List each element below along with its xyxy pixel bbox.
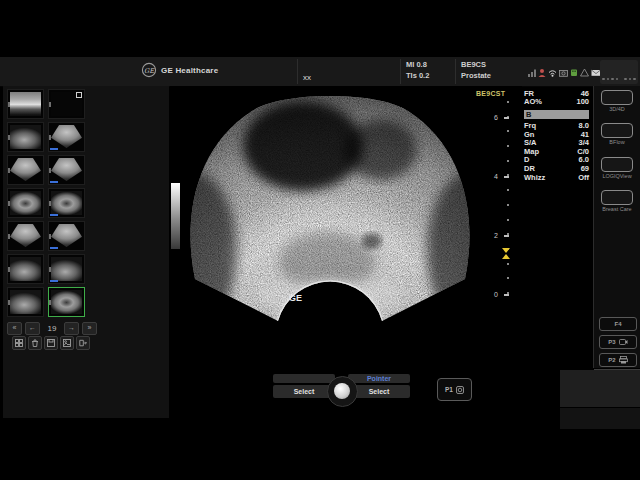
ge-logo-icon: GE: [141, 62, 157, 82]
thumbnail-grid: [7, 89, 85, 317]
param-label: AO%: [524, 97, 542, 106]
key-3d4d[interactable]: [601, 90, 633, 105]
param-label: Whizz: [524, 173, 545, 182]
param-value: Off: [578, 173, 589, 182]
console-bezel-panel: [560, 408, 640, 429]
imaging-parameters: FR46 AO%100 B Frq8.0 Gn41 S/A3/4 MapC/0 …: [524, 89, 589, 181]
thumbnail-image-selected[interactable]: [48, 287, 85, 317]
key-breast-care-label: Breast Care: [594, 206, 640, 212]
camera-store-icon: [456, 386, 464, 394]
thumbnail-image[interactable]: [7, 287, 44, 317]
tis-readout: TIs 0.2: [406, 72, 429, 80]
save-icon[interactable]: [44, 336, 58, 350]
menu-dots-panel[interactable]: [600, 60, 638, 84]
thumbnail-image[interactable]: [48, 155, 85, 185]
trackball-key-select-left: Select: [273, 385, 335, 398]
grayscale-bar: [171, 183, 180, 249]
divider: [400, 59, 401, 84]
grid-layout-icon[interactable]: [12, 336, 26, 350]
key-breast-care[interactable]: [601, 190, 633, 205]
p2-label: P2: [608, 357, 615, 363]
key-bflow[interactable]: [601, 123, 633, 138]
export-icon[interactable]: [76, 336, 90, 350]
image-icon[interactable]: [60, 336, 74, 350]
divider: [455, 59, 456, 84]
thumbnail-image[interactable]: [7, 155, 44, 185]
last-page-button[interactable]: »: [82, 322, 97, 335]
wifi-icon: [548, 68, 557, 77]
thumbnail-image[interactable]: [7, 188, 44, 218]
trackball-key-top-left: [273, 374, 335, 383]
depth-major-tick: [504, 235, 509, 237]
depth-tick-label: 2: [486, 232, 498, 239]
brand-text: GE Healthcare: [161, 66, 218, 75]
thumbnail-image[interactable]: [48, 122, 85, 152]
mi-readout: MI 0.8: [406, 61, 427, 69]
first-page-button[interactable]: «: [7, 322, 22, 335]
key-logiqview[interactable]: [601, 157, 633, 172]
trackball-icon[interactable]: [334, 383, 350, 399]
menu-dots: [600, 78, 638, 81]
depth-major-tick: [504, 117, 509, 119]
video-camera-icon: [619, 338, 628, 346]
p2-button[interactable]: P2: [599, 353, 637, 367]
page-number: 19: [43, 324, 61, 333]
clipboard-panel: « ← 19 → »: [3, 86, 169, 418]
ge-watermark: GE: [289, 293, 302, 303]
probe-name: BE9CS: [461, 61, 486, 69]
thumbnail-image[interactable]: [48, 89, 85, 119]
warning-icon: [580, 68, 589, 77]
ultrasound-scan-screen: GE GE Healthcare xx MI 0.8 TIs 0.2 BE9CS…: [0, 0, 640, 480]
depth-tick-label: 4: [486, 173, 498, 180]
key-3d4d-label: 3D/4D: [594, 106, 640, 112]
thumbnail-image[interactable]: [7, 221, 44, 251]
top-bar: GE GE Healthcare xx MI 0.8 TIs 0.2 BE9CS…: [0, 57, 640, 87]
status-icon-tray: (: [528, 65, 606, 77]
divider: [297, 59, 298, 84]
usb-icon: [570, 68, 578, 77]
thumbnail-image[interactable]: [48, 221, 85, 251]
divider: [593, 86, 594, 368]
preset-name: Prostate: [461, 72, 491, 80]
image-area: GE BE9CST 6 4 2 0: [170, 86, 522, 418]
signal-icon: [528, 68, 536, 77]
ultrasound-fan-image: GE: [175, 86, 515, 341]
p3-label: P3: [608, 339, 615, 345]
p1-button[interactable]: P1: [437, 378, 472, 401]
camera-icon: [559, 68, 568, 77]
p1-label: P1: [445, 386, 453, 393]
thumbnail-image[interactable]: [7, 89, 44, 119]
printer-icon: [619, 356, 628, 364]
f4-button[interactable]: F4: [599, 317, 637, 331]
depth-tick-label: 0: [486, 291, 498, 298]
svg-text:GE: GE: [144, 67, 155, 75]
thumbnail-image[interactable]: [48, 254, 85, 284]
depth-major-tick: [504, 176, 509, 178]
probe-label: BE9CST: [476, 90, 505, 97]
key-logiqview-label: LOGIQView: [594, 173, 640, 179]
trash-icon[interactable]: [28, 336, 42, 350]
next-page-button[interactable]: →: [64, 322, 79, 335]
depth-ruler: [507, 101, 509, 301]
focus-marker-icon[interactable]: [502, 248, 510, 253]
console-bezel-panel: [560, 370, 640, 407]
prev-page-button[interactable]: ←: [25, 322, 40, 335]
depth-major-tick: [504, 294, 509, 296]
mode-header: B: [524, 110, 589, 119]
key-bflow-label: BFlow: [594, 139, 640, 145]
clip-badge-icon: [76, 92, 82, 98]
thumbnail-image[interactable]: [7, 122, 44, 152]
focus-marker-icon[interactable]: [502, 254, 510, 259]
user-icon: [538, 68, 546, 77]
param-value: 100: [576, 97, 589, 106]
thumbnail-image[interactable]: [48, 188, 85, 218]
f4-label: F4: [614, 321, 621, 327]
depth-tick-label: 6: [486, 114, 498, 121]
clipboard-tools: [12, 336, 90, 350]
p3-button[interactable]: P3: [599, 335, 637, 349]
clipboard-pager: « ← 19 → »: [7, 322, 97, 335]
trackball-key-pointer: Pointer: [348, 374, 410, 383]
patient-name-field[interactable]: xx: [303, 73, 311, 82]
thumbnail-image[interactable]: [7, 254, 44, 284]
